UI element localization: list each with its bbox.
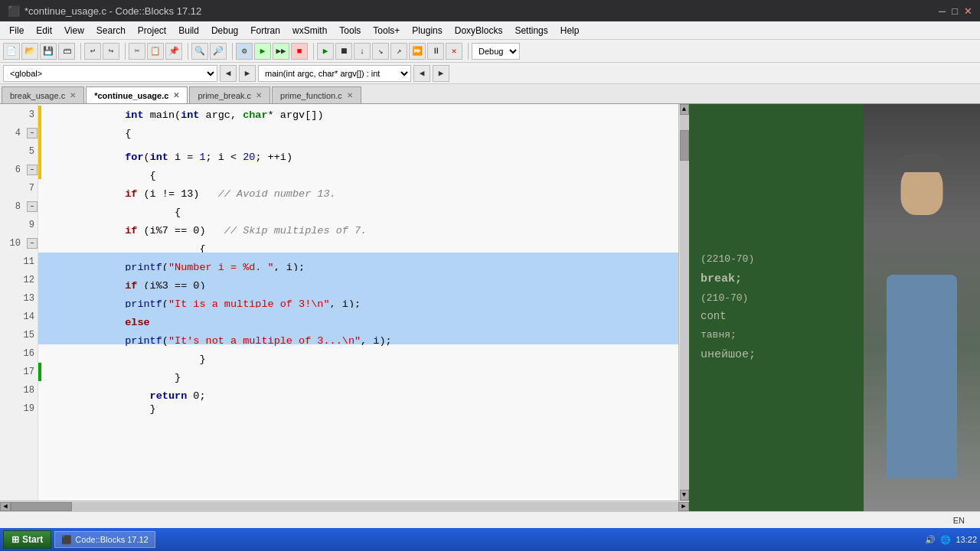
stop-btn[interactable]: ■ bbox=[291, 43, 308, 60]
menu-view[interactable]: View bbox=[58, 24, 90, 37]
menu-file[interactable]: File bbox=[3, 24, 30, 37]
line-numbers: 3 4 – 5 6 – 7 8 – bbox=[0, 104, 38, 500]
time-display: 13:22 bbox=[956, 535, 977, 544]
menu-doxyblocks[interactable]: DoxyBlocks bbox=[449, 24, 509, 37]
h-scroll-thumb[interactable] bbox=[11, 502, 72, 511]
build-btn[interactable]: ⚙ bbox=[236, 43, 253, 60]
scroll-right-btn[interactable]: ▶ bbox=[433, 65, 449, 82]
scroll-left-btn[interactable]: ◀ bbox=[413, 65, 430, 82]
taskbar-codeblocks[interactable]: ⬛ Code::Blocks 17.12 bbox=[54, 531, 155, 548]
menu-search[interactable]: Search bbox=[90, 24, 132, 37]
save-all-btn[interactable]: 🗃 bbox=[58, 43, 75, 60]
redo-btn[interactable]: ↪ bbox=[103, 43, 119, 60]
scroll-left-btn[interactable]: ◀ bbox=[0, 502, 11, 511]
function-dropdown[interactable]: main(int argc, char* argv[]) : int bbox=[258, 65, 411, 82]
gutter-7: 7 bbox=[0, 179, 38, 197]
tab-prime-function[interactable]: prime_function.c ✕ bbox=[272, 86, 361, 103]
menu-tools-plus[interactable]: Tools+ bbox=[367, 24, 406, 37]
person-silhouette bbox=[864, 104, 980, 511]
sep5 bbox=[311, 43, 314, 60]
step-in-btn[interactable]: ↘ bbox=[372, 43, 389, 60]
gutter-3: 3 bbox=[0, 106, 38, 124]
volume-icon[interactable]: 🔊 bbox=[925, 535, 936, 545]
menu-edit[interactable]: Edit bbox=[30, 24, 58, 37]
fold-10[interactable]: – bbox=[27, 238, 38, 249]
tab-bar: break_usage.c ✕ *continue_usage.c ✕ prim… bbox=[0, 84, 980, 104]
scroll-track[interactable] bbox=[680, 115, 689, 490]
fold-6[interactable]: – bbox=[27, 165, 38, 175]
close-tab-break[interactable]: ✕ bbox=[70, 91, 76, 99]
line-bar-5 bbox=[38, 142, 41, 161]
scroll-right-btn[interactable]: ▶ bbox=[678, 502, 689, 511]
menu-debug[interactable]: Debug bbox=[205, 24, 244, 37]
tab-prime-break[interactable]: prime_break.c ✕ bbox=[189, 86, 270, 103]
build-run-btn[interactable]: ▶▶ bbox=[273, 43, 289, 60]
fold-8[interactable]: – bbox=[27, 201, 38, 212]
gutter-6: 6 – bbox=[0, 161, 38, 179]
copy-btn[interactable]: 📋 bbox=[147, 43, 164, 60]
jump-back-btn[interactable]: ◀ bbox=[220, 65, 237, 82]
tab-break-usage[interactable]: break_usage.c ✕ bbox=[2, 86, 84, 103]
code-lines[interactable]: int main(int argc, char* argv[]) { for(i… bbox=[38, 104, 678, 500]
video-feed: (2210-70) break; (210-70) cont тавня; uн… bbox=[689, 104, 980, 511]
find-btn[interactable]: 🔍 bbox=[191, 43, 208, 60]
save-btn[interactable]: 💾 bbox=[40, 43, 57, 60]
open-btn[interactable]: 📂 bbox=[21, 43, 38, 60]
jump-fwd-btn[interactable]: ▶ bbox=[239, 65, 256, 82]
chalkboard-area: (2210-70) break; (210-70) cont тавня; uн… bbox=[689, 104, 878, 511]
stop-debug-btn[interactable]: ⏹ bbox=[335, 43, 352, 60]
h-scroll-track[interactable] bbox=[11, 502, 678, 511]
run-btn[interactable]: ▶ bbox=[254, 43, 271, 60]
menu-project[interactable]: Project bbox=[132, 24, 172, 37]
code-line-19[interactable]: } bbox=[38, 399, 678, 418]
step-out-btn[interactable]: ↗ bbox=[390, 43, 407, 60]
close-tab-prime-break[interactable]: ✕ bbox=[256, 91, 262, 99]
scroll-up-btn[interactable]: ▲ bbox=[680, 104, 689, 115]
start-button[interactable]: ⊞ Start bbox=[3, 530, 51, 549]
gutter-13: 13 bbox=[0, 289, 38, 308]
gutter-5: 5 bbox=[0, 142, 38, 161]
sep1 bbox=[78, 43, 81, 60]
new-btn[interactable]: 📄 bbox=[3, 43, 20, 60]
target-dropdown[interactable]: Debug bbox=[472, 43, 520, 60]
maximize-btn[interactable]: □ bbox=[952, 5, 958, 17]
code-line-3[interactable]: int main(int argc, char* argv[]) bbox=[38, 106, 678, 124]
minimize-btn[interactable]: ─ bbox=[939, 5, 946, 17]
close-tab-continue[interactable]: ✕ bbox=[173, 91, 179, 99]
menu-tools[interactable]: Tools bbox=[333, 24, 367, 37]
taskbar-cb-icon: ⬛ bbox=[61, 535, 72, 545]
paste-btn[interactable]: 📌 bbox=[165, 43, 182, 60]
find-replace-btn[interactable]: 🔎 bbox=[210, 43, 227, 60]
break-btn[interactable]: ⏸ bbox=[427, 43, 444, 60]
undo-btn[interactable]: ↩ bbox=[84, 43, 101, 60]
scroll-down-btn[interactable]: ▼ bbox=[680, 490, 689, 500]
cut-btn[interactable]: ✂ bbox=[129, 43, 145, 60]
line-bar-4 bbox=[38, 124, 41, 142]
tab-continue-usage[interactable]: *continue_usage.c ✕ bbox=[86, 86, 188, 103]
scroll-thumb[interactable] bbox=[680, 130, 689, 161]
taskbar: ⊞ Start ⬛ Code::Blocks 17.12 🔊 🌐 13:22 bbox=[0, 528, 980, 551]
v-scrollbar[interactable]: ▲ ▼ bbox=[678, 104, 689, 500]
menu-plugins[interactable]: Plugins bbox=[406, 24, 448, 37]
continue-btn[interactable]: ⏩ bbox=[409, 43, 426, 60]
abort-btn[interactable]: ✕ bbox=[446, 43, 462, 60]
menu-help[interactable]: Help bbox=[554, 24, 586, 37]
gutter-17: 17 bbox=[0, 363, 38, 381]
gutter-11: 11 bbox=[0, 253, 38, 271]
menu-fortran[interactable]: Fortran bbox=[244, 24, 286, 37]
fold-4[interactable]: – bbox=[27, 128, 38, 139]
menu-settings[interactable]: Settings bbox=[508, 24, 554, 37]
network-icon[interactable]: 🌐 bbox=[940, 535, 951, 545]
next-line-btn[interactable]: ↓ bbox=[354, 43, 371, 60]
toolbar: 📄 📂 💾 🗃 ↩ ↪ ✂ 📋 📌 🔍 🔎 ⚙ ▶ ▶▶ ■ ▶ ⏹ ↓ ↘ ↗… bbox=[0, 40, 980, 63]
close-btn[interactable]: ✕ bbox=[964, 5, 972, 17]
h-scrollbar[interactable]: ◀ ▶ bbox=[0, 500, 689, 511]
title-bar: ⬛ *continue_usage.c - Code::Blocks 17.12… bbox=[0, 0, 980, 21]
close-tab-prime-function[interactable]: ✕ bbox=[347, 91, 353, 99]
chalk-line-3: (210-70) bbox=[701, 289, 867, 307]
start-label: Start bbox=[22, 534, 43, 545]
menu-build[interactable]: Build bbox=[172, 24, 205, 37]
menu-wxsmith[interactable]: wxSmith bbox=[286, 24, 333, 37]
debug-btn[interactable]: ▶ bbox=[317, 43, 334, 60]
global-scope-dropdown[interactable]: <global> bbox=[3, 65, 217, 82]
